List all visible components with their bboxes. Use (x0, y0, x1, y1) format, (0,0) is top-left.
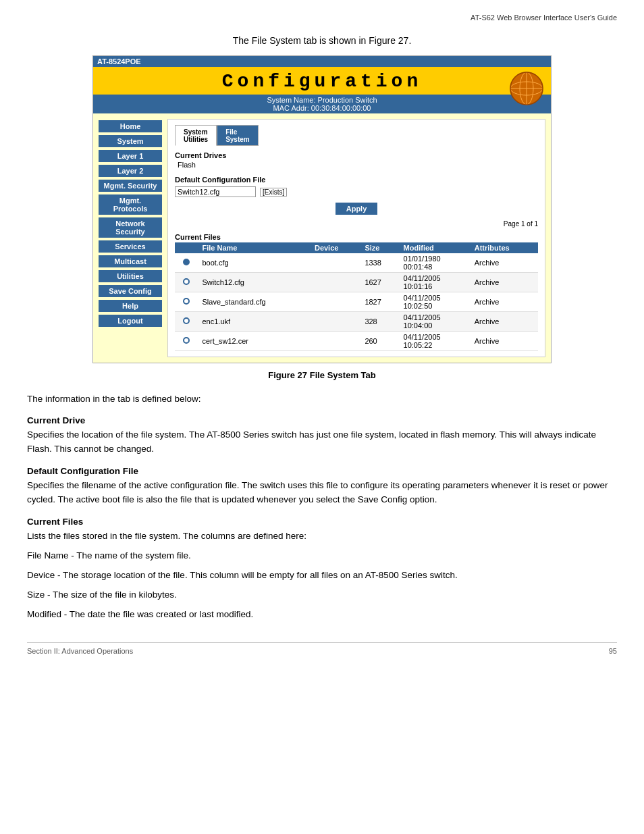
apply-button[interactable]: Apply (336, 203, 378, 215)
file-device (311, 253, 360, 273)
intro-body-text: The information in the tab is defined be… (27, 392, 617, 406)
sidebar-item-utilities[interactable]: Utilities (99, 270, 162, 282)
file-radio-cell[interactable] (175, 292, 198, 312)
file-attributes: Archive (471, 292, 538, 312)
file-radio-cell[interactable] (175, 273, 198, 292)
sidebar-item-home[interactable]: Home (99, 120, 162, 132)
current-drive-value: Flash (178, 161, 538, 169)
section-heading-current-drive: Current Drive (27, 415, 617, 425)
col-desc-size: Size - The size of the file in kilobytes… (27, 588, 617, 602)
table-row: enc1.ukf32804/11/2005 10:04:00Archive (175, 312, 538, 332)
file-name: cert_sw12.cer (198, 332, 310, 351)
sidebar-item-layer1[interactable]: Layer 1 (99, 150, 162, 162)
table-row: Switch12.cfg162704/11/2005 10:01:16Archi… (175, 273, 538, 292)
col-attributes: Attributes (471, 242, 538, 253)
sidebar-item-system[interactable]: System (99, 135, 162, 147)
radio-empty-icon (183, 317, 190, 324)
sidebar-item-help[interactable]: Help (99, 300, 162, 312)
section-current-drive: Current Drive Specifies the location of … (27, 415, 617, 457)
table-row: Slave_standard.cfg182704/11/2005 10:02:5… (175, 292, 538, 312)
table-header-row: File Name Device Size Modified Attribute… (175, 242, 538, 253)
file-name: enc1.ukf (198, 312, 310, 332)
file-attributes: Archive (471, 312, 538, 332)
sidebar-item-mgmt-protocols[interactable]: Mgmt. Protocols (99, 194, 162, 215)
file-modified: 04/11/2005 10:01:16 (400, 273, 471, 292)
system-info-bar: System Name: Production Switch MAC Addr:… (93, 95, 551, 113)
tab-system-utilities[interactable]: System Utilities (175, 125, 217, 146)
sidebar-item-layer2[interactable]: Layer 2 (99, 165, 162, 177)
radio-empty-icon (183, 298, 190, 305)
file-size: 1627 (360, 273, 399, 292)
apply-row: Apply (175, 203, 538, 215)
section-text-default-config: Specifies the filename of the active con… (27, 479, 617, 507)
radio-empty-icon (183, 278, 190, 285)
file-radio-cell[interactable] (175, 332, 198, 351)
section-text-current-drive: Specifies the location of the file syste… (27, 428, 617, 457)
footer-right: 95 (609, 647, 617, 655)
col-desc-device: Device - The storage location of the fil… (27, 569, 617, 583)
intro-text: The File System tab is shown in Figure 2… (27, 35, 617, 46)
exists-badge: [Exists] (260, 188, 287, 197)
sidebar-item-mgmt-security[interactable]: Mgmt. Security (99, 180, 162, 192)
sidebar-item-network-security[interactable]: Network Security (99, 217, 162, 238)
section-current-files: Current Files Lists the files stored in … (27, 517, 617, 544)
section-heading-current-files: Current Files (27, 517, 617, 527)
col-desc-filename: File Name - The name of the system file. (27, 549, 617, 563)
radio-empty-icon (183, 337, 190, 344)
device-header: Configuration (93, 67, 551, 95)
col-modified: Modified (400, 242, 471, 253)
config-file-row: [Exists] (175, 186, 538, 197)
footer-left: Section II: Advanced Operations (27, 647, 133, 655)
doc-header: AT-S62 Web Browser Interface User's Guid… (27, 14, 617, 22)
col-device: Device (311, 242, 360, 253)
section-default-config: Default Configuration File Specifies the… (27, 466, 617, 507)
file-radio-cell[interactable] (175, 253, 198, 273)
file-size: 1827 (360, 292, 399, 312)
table-row: boot.cfg133801/01/1980 00:01:48Archive (175, 253, 538, 273)
page-info: Page 1 of 1 (175, 220, 538, 228)
file-size: 1338 (360, 253, 399, 273)
doc-header-text: AT-S62 Web Browser Interface User's Guid… (471, 14, 617, 22)
device-body: Home System Layer 1 Layer 2 Mgmt. Securi… (93, 113, 551, 363)
col-filename: File Name (198, 242, 310, 253)
file-modified: 04/11/2005 10:05:22 (400, 332, 471, 351)
main-content: System Utilities File System Current Dri… (167, 119, 545, 357)
files-table: File Name Device Size Modified Attribute… (175, 242, 538, 351)
file-size: 260 (360, 332, 399, 351)
col-desc-modified: Modified - The date the file was created… (27, 608, 617, 622)
device-titlebar: AT-8524POE (93, 56, 551, 67)
globe-icon (509, 71, 544, 106)
file-device (311, 312, 360, 332)
file-modified: 04/11/2005 10:04:00 (400, 312, 471, 332)
table-row: cert_sw12.cer26004/11/2005 10:05:22Archi… (175, 332, 538, 351)
current-files-label: Current Files (175, 233, 538, 241)
file-modified: 04/11/2005 10:02:50 (400, 292, 471, 312)
file-name: boot.cfg (198, 253, 310, 273)
device-frame: AT-8524POE Configuration System Name: Pr… (92, 55, 552, 363)
sidebar-item-multicast[interactable]: Multicast (99, 255, 162, 267)
sidebar: Home System Layer 1 Layer 2 Mgmt. Securi… (93, 113, 167, 363)
file-name: Switch12.cfg (198, 273, 310, 292)
section-text-current-files: Lists the files stored in the file syste… (27, 529, 617, 544)
sidebar-item-save-config[interactable]: Save Config (99, 285, 162, 297)
file-modified: 01/01/1980 00:01:48 (400, 253, 471, 273)
file-attributes: Archive (471, 253, 538, 273)
file-device (311, 273, 360, 292)
default-config-label: Default Configuration File (175, 176, 538, 184)
col-select (175, 242, 198, 253)
file-radio-cell[interactable] (175, 312, 198, 332)
sidebar-item-services[interactable]: Services (99, 240, 162, 253)
tab-file-system[interactable]: File System (217, 125, 259, 146)
file-name: Slave_standard.cfg (198, 292, 310, 312)
figure-caption: Figure 27 File System Tab (27, 370, 617, 380)
device-title: Configuration (93, 71, 551, 92)
config-file-input[interactable] (175, 186, 256, 197)
file-device (311, 332, 360, 351)
current-drives-label: Current Drives (175, 151, 538, 159)
radio-selected-icon (183, 259, 190, 265)
sidebar-item-logout[interactable]: Logout (99, 315, 162, 327)
file-attributes: Archive (471, 273, 538, 292)
doc-footer: Section II: Advanced Operations 95 (27, 642, 617, 655)
tabs: System Utilities File System (175, 125, 538, 146)
file-attributes: Archive (471, 332, 538, 351)
